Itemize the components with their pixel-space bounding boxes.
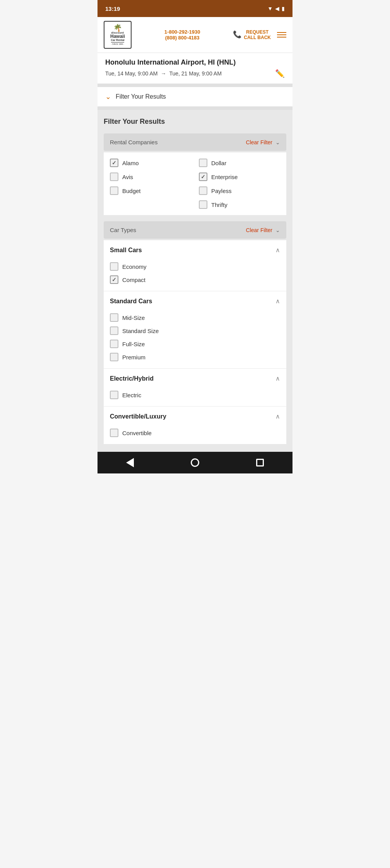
- phone-numbers: 1-800-292-1930 (808) 800-4183: [164, 29, 200, 41]
- bottom-nav: [98, 452, 292, 473]
- hamburger-line-1: [277, 32, 286, 33]
- date-to: Tue, 21 May, 9:00 AM: [169, 70, 221, 77]
- standard-cars-items: Mid-Size Standard Size Full-Size Premium: [110, 311, 280, 368]
- label-fullsize: Full-Size: [122, 341, 145, 347]
- checkbox-avis-box[interactable]: [110, 173, 118, 181]
- home-icon: [191, 458, 199, 467]
- checkbox-standard-size[interactable]: Standard Size: [110, 324, 280, 337]
- checkbox-thrifty-box[interactable]: [199, 200, 207, 209]
- small-cars-group: Small Cars ∧ Economy ✓ Compact: [104, 240, 286, 291]
- standard-cars-group: Standard Cars ∧ Mid-Size Standard Size F…: [104, 291, 286, 369]
- checkbox-payless[interactable]: Payless: [199, 186, 280, 195]
- nav-home-button[interactable]: [189, 456, 201, 469]
- request-callback-button[interactable]: 📞 REQUESTCALL BACK: [233, 29, 271, 41]
- checkbox-thrifty[interactable]: Thrifty: [199, 200, 280, 209]
- electric-group: Electric/Hybrid ∧ Electric: [104, 369, 286, 407]
- logo-hawaii: Hawaii: [110, 34, 125, 39]
- checkbox-dollar[interactable]: Dollar: [199, 159, 280, 167]
- checkbox-compact[interactable]: ✓ Compact: [110, 273, 280, 286]
- electric-header[interactable]: Electric/Hybrid ∧: [110, 369, 280, 388]
- rental-companies-section[interactable]: Rental Companies Clear Filter ⌄: [104, 133, 286, 151]
- checkbox-electric-box[interactable]: [110, 391, 118, 399]
- small-cars-chevron-icon: ∧: [275, 246, 280, 254]
- phone-number-1[interactable]: 1-800-292-1930: [164, 29, 200, 35]
- logo-box: 🌴 discount Hawaii Car Rental - SINCE 199…: [104, 21, 132, 49]
- standard-cars-title: Standard Cars: [110, 298, 152, 305]
- label-alamo: Alamo: [122, 160, 139, 166]
- logo-since: - SINCE 1999 -: [111, 42, 124, 45]
- small-cars-header[interactable]: Small Cars ∧: [110, 240, 280, 260]
- checkbox-grid-columns: ✓ Alamo Avis Budget Dollar: [110, 159, 280, 209]
- rental-companies-clear-filter[interactable]: Clear Filter: [246, 139, 272, 145]
- label-economy: Economy: [122, 263, 147, 270]
- search-dates-text: Tue, 14 May, 9:00 AM → Tue, 21 May, 9:00…: [105, 70, 222, 77]
- car-types-clear-filter[interactable]: Clear Filter: [246, 227, 272, 233]
- label-avis: Avis: [122, 174, 133, 180]
- header: 🌴 discount Hawaii Car Rental - SINCE 199…: [98, 17, 292, 53]
- phone-number-2[interactable]: (808) 800-4183: [165, 35, 200, 41]
- rental-companies-chevron-icon: ⌄: [275, 139, 280, 145]
- header-actions: 📞 REQUESTCALL BACK: [233, 29, 286, 41]
- car-types-container: Small Cars ∧ Economy ✓ Compact Standard …: [104, 240, 286, 444]
- checkbox-avis[interactable]: Avis: [110, 173, 191, 181]
- checkbox-convertible-box[interactable]: [110, 429, 118, 437]
- small-cars-items: Economy ✓ Compact: [110, 260, 280, 291]
- checkbox-alamo[interactable]: ✓ Alamo: [110, 159, 191, 167]
- small-cars-title: Small Cars: [110, 247, 142, 254]
- checkbox-enterprise[interactable]: ✓ Enterprise: [199, 173, 280, 181]
- checkbox-fullsize-box[interactable]: [110, 340, 118, 348]
- edit-icon[interactable]: ✏️: [275, 69, 285, 78]
- hamburger-menu[interactable]: [277, 32, 286, 38]
- electric-title: Electric/Hybrid: [110, 375, 154, 382]
- checkbox-payless-box[interactable]: [199, 186, 207, 195]
- label-thrifty: Thrifty: [211, 202, 228, 208]
- car-types-section[interactable]: Car Types Clear Filter ⌄: [104, 221, 286, 239]
- logo-car-icon: 🌴: [113, 24, 122, 31]
- nav-recents-button[interactable]: [254, 456, 266, 469]
- checkbox-alamo-box[interactable]: ✓: [110, 159, 118, 167]
- battery-icon: ▮: [282, 5, 285, 12]
- date-from: Tue, 14 May, 9:00 AM: [105, 70, 157, 77]
- header-contact: 1-800-292-1930 (808) 800-4183: [136, 29, 228, 41]
- standard-cars-header[interactable]: Standard Cars ∧: [110, 291, 280, 311]
- checkbox-fullsize[interactable]: Full-Size: [110, 337, 280, 350]
- filter-toggle-label: Filter Your Results: [116, 93, 166, 100]
- checkbox-standard-size-box[interactable]: [110, 326, 118, 335]
- checkbox-enterprise-box[interactable]: ✓: [199, 173, 207, 181]
- search-location: Honolulu International Airport, HI (HNL): [105, 58, 285, 67]
- label-budget: Budget: [122, 188, 141, 194]
- status-icons: ▼ ◀ ▮: [267, 5, 285, 12]
- checkbox-compact-box[interactable]: ✓: [110, 275, 118, 284]
- checkbox-budget[interactable]: Budget: [110, 186, 191, 195]
- logo: 🌴 discount Hawaii Car Rental - SINCE 199…: [104, 21, 132, 49]
- arrow-icon: →: [161, 70, 166, 77]
- checkbox-dollar-box[interactable]: [199, 159, 207, 167]
- checkbox-electric[interactable]: Electric: [110, 388, 280, 402]
- search-dates: Tue, 14 May, 9:00 AM → Tue, 21 May, 9:00…: [105, 69, 285, 78]
- nav-back-button[interactable]: [124, 456, 136, 469]
- label-convertible: Convertible: [122, 430, 152, 436]
- hamburger-line-2: [277, 34, 286, 35]
- status-bar: 13:19 ▼ ◀ ▮: [98, 0, 292, 17]
- convertible-items: Convertible: [110, 426, 280, 444]
- checkbox-budget-box[interactable]: [110, 186, 118, 195]
- label-premium: Premium: [122, 354, 145, 361]
- checkbox-economy-box[interactable]: [110, 262, 118, 271]
- rental-companies-actions: Clear Filter ⌄: [246, 139, 280, 145]
- status-time: 13:19: [105, 5, 120, 12]
- convertible-header[interactable]: Convertible/Luxury ∧: [110, 407, 280, 426]
- checkbox-midsize-box[interactable]: [110, 313, 118, 322]
- filter-toggle[interactable]: ⌄ Filter Your Results: [98, 87, 292, 107]
- checkbox-economy[interactable]: Economy: [110, 260, 280, 273]
- divider-2: [98, 107, 292, 110]
- car-types-label: Car Types: [110, 227, 136, 233]
- checkbox-midsize[interactable]: Mid-Size: [110, 311, 280, 324]
- checkbox-premium[interactable]: Premium: [110, 350, 280, 364]
- request-callback-label: REQUESTCALL BACK: [244, 29, 271, 41]
- rental-companies-checkboxes: ✓ Alamo Avis Budget Dollar: [104, 152, 286, 215]
- checkbox-convertible[interactable]: Convertible: [110, 426, 280, 439]
- checkbox-premium-box[interactable]: [110, 353, 118, 361]
- label-midsize: Mid-Size: [122, 314, 145, 321]
- right-column: Dollar ✓ Enterprise Payless Thrifty: [199, 159, 280, 209]
- search-bar: Honolulu International Airport, HI (HNL)…: [98, 53, 292, 84]
